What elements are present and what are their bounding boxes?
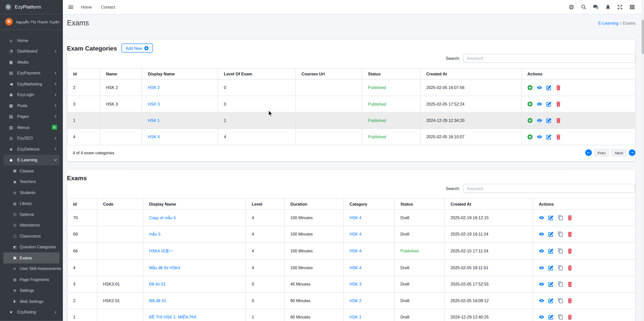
topnav-link-home[interactable]: Home [81, 5, 92, 9]
delete-icon[interactable] [556, 118, 561, 123]
view-icon[interactable] [537, 134, 542, 140]
edit-icon[interactable] [546, 134, 551, 140]
sidebar-item-ezymarketing[interactable]: ◀EzyMarketing [3, 78, 60, 89]
sidebar-item-pages[interactable]: ▧Pages [3, 111, 60, 122]
delete-icon[interactable] [567, 282, 573, 287]
sidebar-item-classrooms[interactable]: ▢Classrooms [3, 231, 60, 242]
category-link[interactable]: HSK 4 [349, 232, 361, 236]
view-icon[interactable] [537, 101, 542, 107]
sidebar-item-library[interactable]: ▥Library [3, 198, 60, 209]
sidebar-item-posts[interactable]: ▦Posts [3, 100, 60, 111]
hamburger-icon[interactable] [68, 4, 73, 10]
delete-icon[interactable] [556, 101, 561, 107]
duplicate-icon[interactable] [558, 314, 563, 320]
duplicate-icon[interactable] [558, 215, 563, 220]
view-icon[interactable] [539, 232, 544, 237]
delete-icon[interactable] [567, 232, 573, 237]
brand[interactable]: ◍ EzyPlatform [0, 0, 63, 14]
view-icon[interactable] [539, 215, 544, 220]
delete-icon[interactable] [567, 265, 573, 270]
edit-icon[interactable] [548, 282, 554, 287]
category-link[interactable]: HSK 4 [349, 249, 361, 253]
view-icon[interactable] [537, 118, 542, 123]
sidebar-item-classes[interactable]: ▦Classes [3, 165, 60, 176]
duplicate-icon[interactable] [558, 265, 563, 270]
prev-button[interactable]: Prev [594, 149, 609, 156]
breadcrumb-link-elearning[interactable]: E-Learning [598, 21, 618, 25]
duplicate-icon[interactable] [558, 232, 563, 237]
categories-search-input[interactable] [463, 54, 635, 63]
exams-search-input[interactable] [463, 184, 635, 193]
search-icon[interactable] [581, 5, 586, 10]
category-display-link[interactable]: HSK 4 [148, 135, 160, 139]
category-display-link[interactable]: HSK 3 [148, 102, 160, 106]
edit-icon[interactable] [548, 265, 554, 270]
user-panel[interactable]: N Nguyễn Thị Thanh Tuyền [0, 14, 63, 30]
add-icon[interactable] [527, 134, 533, 140]
globe-icon[interactable] [569, 5, 574, 10]
edit-icon[interactable] [546, 118, 551, 123]
delete-icon[interactable] [556, 85, 561, 90]
sidebar-item-settings[interactable]: ⚙Settings [3, 285, 60, 296]
sidebar-item-ezylogin[interactable]: ◉EzyLogin [3, 89, 60, 100]
add-new-button[interactable]: Add New [122, 43, 153, 53]
edit-icon[interactable] [548, 298, 554, 303]
page-back-button[interactable]: ← [585, 149, 592, 156]
view-icon[interactable] [539, 248, 544, 254]
edit-icon[interactable] [548, 232, 554, 237]
delete-icon[interactable] [567, 298, 573, 303]
topnav-link-contact[interactable]: Contact [101, 5, 115, 9]
view-icon[interactable] [539, 282, 544, 287]
next-button[interactable]: Next [611, 149, 627, 156]
category-display-link[interactable]: HSK 1 [148, 118, 160, 123]
sidebar-item-media[interactable]: ▣Media [3, 57, 60, 67]
exam-display-link[interactable]: Đề thi 01 [149, 282, 166, 287]
edit-icon[interactable] [546, 101, 551, 107]
exam-display-link[interactable]: mẫu 5 [149, 232, 160, 236]
sidebar-item-deferral[interactable]: ◫Deferral [3, 209, 60, 220]
grid-icon[interactable] [629, 5, 634, 10]
sidebar-item-page-fragments[interactable]: ▤Page Fragments [3, 274, 60, 285]
view-icon[interactable] [539, 314, 544, 320]
category-link[interactable]: HSK 1 [349, 315, 361, 319]
edit-icon[interactable] [548, 248, 554, 254]
sidebar-item-dashboard[interactable]: ◔Dashboard [3, 46, 60, 57]
exam-display-link[interactable]: Copy of mẫu 5 [149, 215, 176, 220]
sidebar-item-attendance[interactable]: ☑Attendance [3, 220, 60, 231]
edit-icon[interactable] [548, 215, 554, 220]
expand-icon[interactable] [617, 5, 622, 10]
duplicate-icon[interactable] [558, 248, 563, 254]
sidebar-item-students[interactable]: ◎Students [3, 187, 60, 198]
sidebar-item-e-learning[interactable]: ◆E-Learning [3, 155, 60, 165]
delete-icon[interactable] [567, 248, 573, 254]
delete-icon[interactable] [567, 215, 573, 220]
sidebar-item-home[interactable]: ⌂Home [3, 35, 60, 46]
category-link[interactable]: HSK 4 [349, 215, 361, 220]
exam-display-link[interactable]: Mã đề 01 [149, 298, 166, 303]
category-link[interactable]: HSK 2 [349, 298, 361, 303]
add-icon[interactable] [527, 118, 533, 123]
duplicate-icon[interactable] [558, 282, 563, 287]
view-icon[interactable] [539, 298, 544, 303]
view-icon[interactable] [539, 265, 544, 270]
exam-display-link[interactable]: Mẫu đề thi HSK4 [149, 265, 180, 270]
sidebar-item-user-skill-assessments[interactable]: ✔User Skill Assessments [3, 263, 60, 274]
edit-icon[interactable] [548, 314, 554, 320]
category-display-link[interactable]: HSK 2 [148, 85, 160, 90]
sidebar-item-exams[interactable]: ▣Exams [3, 252, 60, 263]
sidebar-item-teachers[interactable]: ◉Teachers [3, 176, 60, 187]
delete-icon[interactable] [567, 314, 573, 320]
sidebar-item-web-settings[interactable]: ◐Web Settings [3, 296, 60, 307]
sidebar-item-ezyrating[interactable]: ★EzyRating [3, 307, 60, 317]
exam-display-link[interactable]: ĐỀ THI HSK 1- MIỄN PHÍ [149, 315, 196, 319]
bell-icon[interactable] [605, 5, 610, 10]
delete-icon[interactable] [556, 134, 561, 140]
exam-display-link[interactable]: HSK4 试卷一 [149, 249, 173, 253]
category-link[interactable]: HSK 3 [349, 282, 361, 287]
duplicate-icon[interactable] [558, 298, 563, 303]
sidebar-item-ezyseo[interactable]: ◎EzySEO [3, 133, 60, 144]
category-link[interactable]: HSK 4 [349, 265, 361, 270]
sidebar-item-ezydefence[interactable]: ◈EzyDefence [3, 144, 60, 154]
add-icon[interactable] [527, 101, 533, 107]
page-forward-button[interactable]: → [629, 149, 635, 156]
